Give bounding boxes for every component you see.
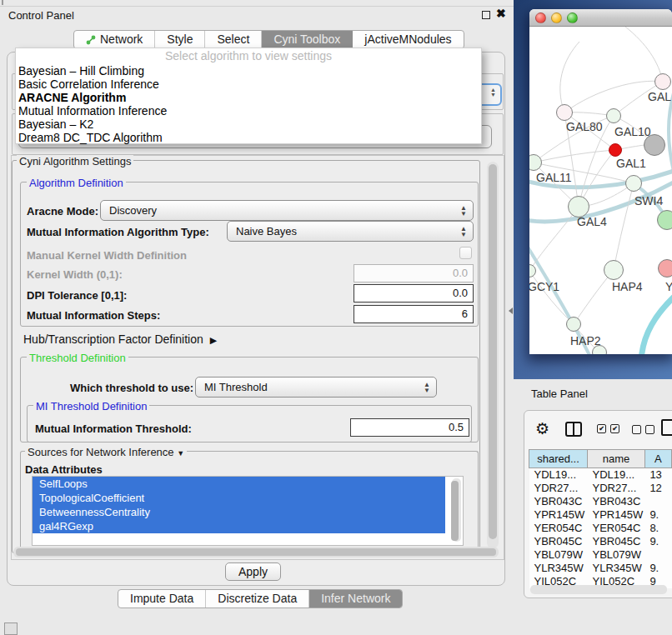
network-node[interactable]: [609, 143, 622, 157]
manual-kernel-width-checkbox[interactable]: [459, 247, 472, 259]
mi-threshold-label: Mutual Information Threshold:: [35, 422, 192, 435]
dpi-tolerance-input[interactable]: 0.0: [354, 284, 474, 302]
algorithm-dropdown-placeholder: Select algorithm to view settings: [16, 48, 481, 64]
data-attributes-label: Data Attributes: [25, 463, 103, 476]
which-threshold-select[interactable]: MI Threshold▲▼: [195, 377, 437, 398]
table-row[interactable]: YBL079WYBL079W: [529, 548, 672, 562]
spinner-arrows-icon: ▲▼: [490, 88, 496, 98]
node-label-gal: GAL: [648, 90, 671, 103]
network-node[interactable]: [556, 104, 573, 121]
attribute-item-topologicalcoefficient[interactable]: TopologicalCoefficient: [33, 491, 445, 505]
tab-discretize-data[interactable]: Discretize Data: [206, 590, 309, 608]
mi-algorithm-type-label: Mutual Information Algorithm Type:: [27, 226, 209, 238]
table-horizontal-scrollbar[interactable]: [530, 585, 667, 594]
algorithm-option-bayesian-hill-climbing[interactable]: Bayesian – Hill Climbing: [16, 64, 481, 78]
mi-steps-input[interactable]: 6: [354, 305, 474, 323]
algorithm-option-basic-correlation-inference[interactable]: Basic Correlation Inference: [16, 78, 481, 91]
node-label-gal80: GAL80: [566, 120, 603, 133]
cyni-algorithm-settings-label: Cyni Algorithm Settings: [17, 155, 133, 168]
network-window-titlebar[interactable]: [529, 9, 672, 27]
apply-button[interactable]: Apply: [225, 562, 281, 581]
kernel-width-label: Kernel Width (0,1):: [27, 268, 123, 281]
float-window-icon[interactable]: [482, 11, 490, 19]
table-panel-title: Table Panel: [531, 388, 588, 400]
collapse-down-icon: ▼: [177, 449, 184, 458]
node-table[interactable]: shared...nameA YDL19...YDL19...13YDR27..…: [529, 449, 672, 588]
control-panel-title: Control Panel: [8, 9, 74, 22]
algorithm-option-dream8-dc-tdc-algorithm[interactable]: Dream8 DC_TDC Algorithm: [16, 131, 481, 144]
kernel-width-input[interactable]: 0.0: [354, 264, 474, 282]
control-panel-titlebar: [0, 6, 514, 26]
node-label-gal11: GAL11: [536, 171, 572, 184]
spinner-arrows-icon: ▲▼: [460, 205, 467, 217]
node-label-hap2: HAP2: [570, 334, 601, 348]
aracne-mode-select[interactable]: Discovery▲▼: [100, 200, 474, 221]
table-row[interactable]: YPR145WYPR145W9.: [529, 508, 672, 522]
network-edges: [529, 27, 672, 354]
column-header-a[interactable]: A: [644, 450, 671, 468]
checked-box-icon[interactable]: ✔: [610, 424, 619, 433]
close-traffic-light-icon[interactable]: [535, 12, 546, 23]
network-canvas[interactable]: GALGAL80GAL10GAL1GAL11SWI4GAL4GCY1HAP4YH…: [529, 27, 672, 354]
node-label-y: Y: [665, 280, 672, 293]
table-row[interactable]: YDL19...YDL19...13: [529, 468, 672, 482]
list-scrollbar-thumb[interactable]: [451, 481, 459, 541]
mi-threshold-definition-label: MI Threshold Definition: [33, 400, 149, 412]
unchecked-box-icon[interactable]: [645, 425, 654, 434]
table-row[interactable]: YBR043CYBR043C: [529, 495, 672, 508]
which-threshold-label: Which threshold to use:: [70, 382, 193, 394]
network-node[interactable]: [657, 210, 672, 230]
tab-impute-data[interactable]: Impute Data: [118, 590, 206, 608]
document-icon[interactable]: [661, 419, 672, 436]
network-node[interactable]: [566, 317, 581, 332]
tab-jactivemnodules[interactable]: jActiveMNodules: [353, 31, 463, 48]
network-graph-icon: [86, 35, 96, 45]
attribute-item-betweennesscentrality[interactable]: BetweennessCentrality: [33, 505, 445, 519]
gear-icon[interactable]: ⚙: [535, 421, 549, 437]
algorithm-option-aracne-algorithm[interactable]: ARACNE Algorithm: [16, 91, 481, 104]
node-label-gal4: GAL4: [577, 215, 607, 228]
checked-box-icon[interactable]: ✔: [597, 424, 606, 433]
split-columns-icon[interactable]: [565, 422, 582, 437]
table-row[interactable]: YER054CYER054C8.: [529, 522, 672, 535]
close-icon[interactable]: ✖: [496, 7, 506, 20]
list-scrollbar[interactable]: [452, 478, 461, 542]
tab-network[interactable]: Network: [74, 31, 155, 48]
mi-threshold-input[interactable]: 0.5: [350, 418, 469, 437]
expand-right-icon: ▶: [210, 335, 217, 345]
table-row[interactable]: YBR045CYBR045C9.: [529, 535, 672, 548]
network-node[interactable]: [625, 175, 642, 192]
column-header-name[interactable]: name: [588, 450, 645, 468]
minimized-panel-icon[interactable]: [4, 622, 18, 635]
column-header-shared[interactable]: shared...: [529, 450, 588, 468]
splitter-collapse-icon[interactable]: [509, 308, 513, 314]
network-node[interactable]: [604, 260, 624, 280]
network-view-window: GALGAL80GAL10GAL1GAL11SWI4GAL4GCY1HAP4YH…: [529, 9, 672, 354]
tab-select[interactable]: Select: [205, 31, 262, 48]
hub-definition-expander[interactable]: Hub/Transcription Factor Definition▶: [23, 332, 217, 346]
network-node[interactable]: [606, 108, 621, 123]
algorithm-option-mutual-information-inference[interactable]: Mutual Information Inference: [16, 104, 481, 118]
tab-infer-network[interactable]: Infer Network: [309, 590, 402, 608]
table-row[interactable]: YDR27...YDR27...12: [529, 482, 672, 495]
tab-style[interactable]: Style: [155, 31, 205, 48]
minimize-traffic-light-icon[interactable]: [551, 12, 562, 23]
tab-cyni-toolbox[interactable]: Cyni Toolbox: [262, 31, 353, 48]
attribute-item-selfloops[interactable]: SelfLoops: [33, 477, 445, 491]
mi-algorithm-type-select[interactable]: Naive Bayes▲▼: [227, 221, 474, 242]
attribute-item-gal4rgexp[interactable]: gal4RGexp: [33, 519, 445, 533]
table-row[interactable]: YLR345WYLR345W9.: [529, 562, 672, 575]
node-table-header[interactable]: shared...nameA: [529, 450, 672, 468]
algorithm-dropdown-list[interactable]: Select algorithm to view settings Bayesi…: [15, 48, 482, 144]
sources-label[interactable]: Sources for Network Inference ▼: [25, 446, 187, 458]
network-node[interactable]: [654, 73, 671, 90]
data-attributes-list[interactable]: SelfLoopsTopologicalCoefficientBetweenne…: [32, 476, 464, 546]
unchecked-box-icon[interactable]: [632, 425, 641, 434]
node-label-gcy1: GCY1: [529, 280, 559, 293]
control-panel: Control Panel ✖ NetworkStyleSelectCyni T…: [0, 0, 514, 635]
algorithm-option-bayesian-k2[interactable]: Bayesian – K2: [16, 118, 481, 131]
network-node[interactable]: [658, 259, 672, 278]
zoom-traffic-light-icon[interactable]: [567, 12, 578, 23]
settings-horizontal-scrollbar-thumb[interactable]: [16, 548, 496, 556]
settings-vertical-scrollbar-thumb[interactable]: [489, 164, 497, 539]
